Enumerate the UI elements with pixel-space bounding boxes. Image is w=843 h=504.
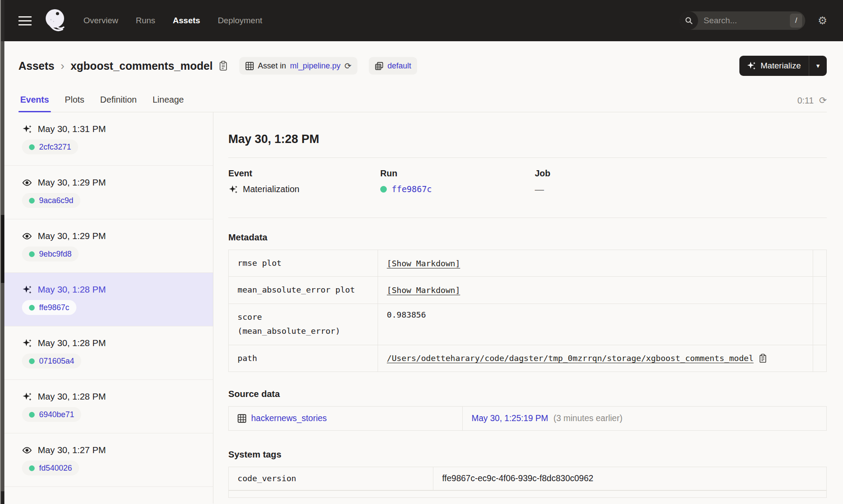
refresh-icon[interactable]: ⟳ [819,95,827,106]
run-id-link[interactable]: 2cfc3271 [39,143,71,152]
event-list-item[interactable]: May 30, 1:29 PM 9ebc9fd8 [4,219,213,273]
event-list-item[interactable]: May 30, 1:28 PM 071605a4 [4,326,213,380]
source-relative-time: (3 minutes earlier) [554,413,623,423]
dagster-app-window: Overview Runs Assets Deployment Search..… [4,0,843,504]
run-id-link[interactable]: 6940be71 [39,410,74,419]
system-tag-key: code_version [229,467,433,490]
copy-path-icon[interactable] [759,354,767,363]
run-id-link[interactable]: ffe9867c [392,184,432,194]
background-window-edge [0,0,4,504]
tab-lineage[interactable]: Lineage [151,95,185,112]
run-id-link[interactable]: 9ebc9fd8 [39,250,72,259]
run-status-dot [29,358,35,364]
event-timestamp: May 30, 1:28 PM [38,338,106,348]
tab-plots[interactable]: Plots [63,95,86,112]
job-empty-value: — [535,184,544,195]
run-id-link[interactable]: fd540026 [39,464,72,473]
breadcrumb-separator: › [61,59,65,73]
score-value: 0.983856 [387,310,426,319]
nav-assets[interactable]: Assets [173,16,200,25]
tab-definition[interactable]: Definition [98,95,138,112]
asset-group-chip[interactable]: default [369,57,417,75]
materialization-sparkle-icon [22,124,32,134]
page-title: xgboost_comments_model [71,60,213,72]
event-list-sidebar: May 30, 1:31 PM 2cfc3271 May 30, 1:29 PM… [4,112,213,504]
run-status-dot [29,251,35,257]
event-timestamp: May 30, 1:28 PM [38,391,106,402]
event-list-item[interactable]: May 30, 1:29 PM 9aca6c9d [4,166,213,219]
menu-icon[interactable] [18,16,32,25]
source-data-table: hackernews_stories May 30, 1:25:19 PM (3… [228,406,827,431]
run-id-link[interactable]: 071605a4 [39,357,74,366]
search-input[interactable]: Search... / [680,11,805,30]
event-timestamp: May 30, 1:31 PM [38,124,106,134]
asset-location-chip[interactable]: Asset in ml_pipeline.py ⟳ [239,57,357,75]
top-nav: Overview Runs Assets Deployment Search..… [4,0,843,41]
table-icon [245,62,254,70]
table-icon [238,414,246,423]
materialize-button[interactable]: Materialize ▾ [739,56,827,76]
path-link[interactable]: /Users/odetteharary/code/dagster/tmp_0mz… [387,354,753,363]
metadata-key: mean_absolute_error plot [229,277,378,303]
nav-deployment[interactable]: Deployment [218,16,262,25]
event-detail-pane: May 30, 1:28 PM Event Materialization Ru… [213,112,843,504]
breadcrumb-assets-link[interactable]: Assets [18,60,54,72]
run-status-dot [29,465,35,471]
run-status-dot [29,305,35,311]
observation-eye-icon [22,178,32,188]
run-chip[interactable]: 9aca6c9d [22,193,80,208]
event-timestamp: May 30, 1:29 PM [38,177,106,188]
reload-location-icon[interactable]: ⟳ [344,61,351,71]
materialize-label: Materialize [760,61,801,71]
run-chip[interactable]: fd540026 [22,461,79,475]
copy-asset-name-icon[interactable] [219,61,228,71]
event-timestamp: May 30, 1:27 PM [38,445,106,455]
run-status-dot [29,198,35,204]
run-chip[interactable]: 6940be71 [22,407,81,422]
observation-eye-icon [22,445,32,455]
materialize-dropdown-caret[interactable]: ▾ [809,56,827,76]
system-tag-value: ffe9867c-ec9c-4f06-939c-f8dc830c0962 [442,473,593,483]
asset-location-file-link[interactable]: ml_pipeline.py [290,61,340,71]
metadata-heading: Metadata [228,232,827,243]
event-list-item-selected[interactable]: May 30, 1:28 PM ffe9867c [4,273,213,326]
metadata-key: score (mean_absolute_error) [229,304,378,345]
metadata-table: rmse plot [Show Markdown] mean_absolute_… [228,250,827,372]
table-row: mean_absolute_error plot [Show Markdown] [229,277,826,304]
run-chip[interactable]: ffe9867c [22,300,76,315]
asset-location-prefix: Asset in [258,61,286,71]
search-placeholder: Search... [703,16,790,25]
table-row: code_version ffe9867c-ec9c-4f06-939c-f8d… [229,467,826,490]
job-column-label: Job [535,168,827,179]
run-column-label: Run [380,168,535,179]
show-markdown-link[interactable]: [Show Markdown] [387,286,460,295]
materialization-sparkle-icon [22,338,32,348]
materialization-sparkle-icon [228,185,238,194]
run-chip[interactable]: 9ebc9fd8 [22,247,79,261]
event-list-item[interactable]: May 30, 1:31 PM 2cfc3271 [4,112,213,166]
event-timestamp: May 30, 1:29 PM [38,231,106,241]
run-id-link[interactable]: 9aca6c9d [39,196,73,205]
source-asset-link[interactable]: hackernews_stories [251,413,327,423]
source-time-link[interactable]: May 30, 1:25:19 PM [472,413,548,423]
run-status-dot [29,144,35,150]
event-list-item[interactable]: May 30, 1:28 PM 6940be71 [4,380,213,433]
group-default-link[interactable]: default [387,61,411,71]
event-column-label: Event [228,168,380,179]
source-data-heading: Source data [228,389,827,399]
run-chip[interactable]: 071605a4 [22,354,81,368]
tab-events[interactable]: Events [18,95,51,112]
settings-gear-icon[interactable]: ⚙ [818,15,827,26]
observation-eye-icon [22,231,32,241]
nav-overview[interactable]: Overview [83,16,118,25]
run-id-link[interactable]: ffe9867c [39,303,69,312]
dagster-logo[interactable] [43,8,68,33]
nav-links: Overview Runs Assets Deployment [83,16,262,25]
event-list-item[interactable]: May 30, 1:27 PM fd540026 [4,433,213,487]
show-markdown-link[interactable]: [Show Markdown] [387,259,460,268]
materialization-sparkle-icon [22,392,32,402]
nav-runs[interactable]: Runs [136,16,155,25]
materialization-sparkle-icon [22,285,32,295]
metadata-key: path [229,345,378,372]
run-chip[interactable]: 2cfc3271 [22,139,78,154]
